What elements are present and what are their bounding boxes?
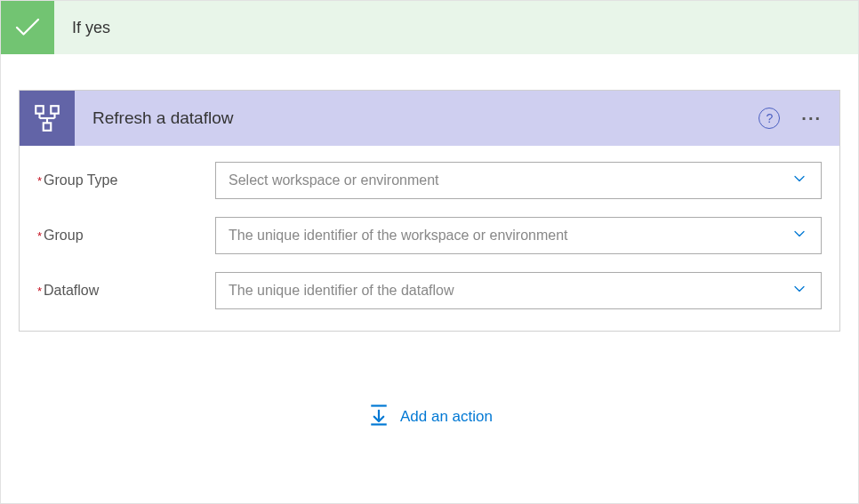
help-icon[interactable]: ? xyxy=(759,108,780,129)
add-action-button[interactable]: Add an action xyxy=(1,403,858,431)
field-row-dataflow: * Dataflow The unique identifier of the … xyxy=(37,272,822,309)
checkmark-icon xyxy=(1,1,54,54)
dataflow-dropdown[interactable]: The unique identifier of the dataflow xyxy=(215,272,822,309)
field-label: Group xyxy=(44,228,83,244)
required-indicator: * xyxy=(37,284,42,298)
required-indicator: * xyxy=(37,174,42,188)
action-fields: * Group Type Select workspace or environ… xyxy=(20,146,839,331)
required-indicator: * xyxy=(37,229,42,243)
svg-rect-0 xyxy=(36,106,44,114)
add-action-label: Add an action xyxy=(400,408,493,426)
svg-rect-1 xyxy=(51,106,59,114)
svg-rect-2 xyxy=(44,123,52,131)
action-card-header[interactable]: Refresh a dataflow ? ··· xyxy=(20,91,839,146)
if-yes-branch-container: If yes Refresh a dataflow ? ··· xyxy=(0,0,859,504)
field-label-wrap: * Group Type xyxy=(37,172,215,188)
field-label-wrap: * Dataflow xyxy=(37,283,215,299)
dataflow-icon xyxy=(20,91,75,146)
field-row-group: * Group The unique identifier of the wor… xyxy=(37,217,822,254)
chevron-down-icon xyxy=(791,225,808,246)
action-title: Refresh a dataflow xyxy=(92,108,759,128)
add-action-icon xyxy=(366,403,391,431)
more-icon[interactable]: ··· xyxy=(801,108,822,129)
action-card: Refresh a dataflow ? ··· * Group Type Se… xyxy=(19,90,840,332)
chevron-down-icon xyxy=(791,280,808,301)
condition-header[interactable]: If yes xyxy=(1,1,858,54)
field-label: Group Type xyxy=(44,172,117,188)
field-label-wrap: * Group xyxy=(37,228,215,244)
dropdown-placeholder: Select workspace or environment xyxy=(229,172,791,188)
field-row-group-type: * Group Type Select workspace or environ… xyxy=(37,162,822,199)
group-dropdown[interactable]: The unique identifier of the workspace o… xyxy=(215,217,822,254)
condition-title: If yes xyxy=(72,19,110,37)
group-type-dropdown[interactable]: Select workspace or environment xyxy=(215,162,822,199)
dropdown-placeholder: The unique identifier of the dataflow xyxy=(229,283,791,299)
chevron-down-icon xyxy=(791,170,808,191)
dropdown-placeholder: The unique identifier of the workspace o… xyxy=(229,228,791,244)
field-label: Dataflow xyxy=(44,283,99,299)
